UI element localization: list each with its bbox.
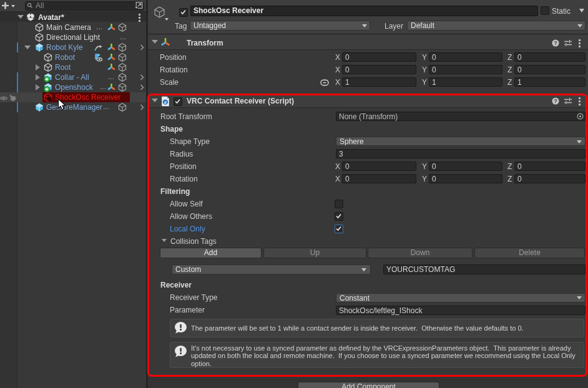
svg-text:?: ? — [554, 40, 557, 46]
